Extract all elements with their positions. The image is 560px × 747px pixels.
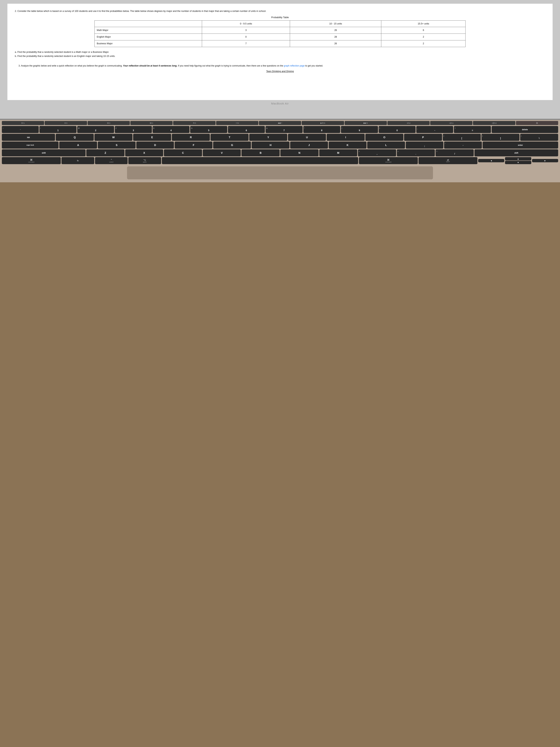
key-f4[interactable]: ⊞F4 bbox=[130, 121, 172, 125]
key-power[interactable]: ⏻ bbox=[516, 121, 558, 125]
row-major-math: Math Major bbox=[95, 27, 202, 34]
cell-math-0-9: 3 bbox=[202, 27, 290, 34]
key-y[interactable]: Y bbox=[249, 134, 287, 141]
graph-reflection-link[interactable]: graph reflection page bbox=[284, 65, 304, 67]
key-4[interactable]: $4 bbox=[153, 126, 189, 133]
trackpad[interactable] bbox=[127, 166, 433, 179]
key-m[interactable]: M bbox=[319, 149, 357, 156]
cell-english-10-15: 28 bbox=[290, 34, 381, 41]
key-i[interactable]: I bbox=[327, 134, 365, 141]
key-u[interactable]: U bbox=[288, 134, 326, 141]
key-f1[interactable]: ☀F1 bbox=[2, 121, 44, 125]
key-f7[interactable]: ◀◀F7 bbox=[259, 121, 301, 125]
key-backtick[interactable]: ~` bbox=[2, 126, 39, 133]
key-tab[interactable]: tab bbox=[2, 134, 55, 141]
key-control[interactable]: ⌃ control bbox=[95, 157, 128, 164]
key-shift-right[interactable]: shift bbox=[475, 149, 558, 156]
fn-row: ☀F1 ⊙F2 ⊟F3 ⊞F4 ✦F5 ✧F6 ◀◀F7 ▶⏸F8 ▶▶F9 ◁… bbox=[2, 121, 558, 125]
number-row: ~` !1 @2 #3 $4 %5 ^6 &7 *8 (9 )0 _- += d… bbox=[2, 126, 558, 133]
cell-english-15plus: 2 bbox=[381, 34, 465, 41]
key-e[interactable]: E bbox=[133, 134, 171, 141]
key-8[interactable]: *8 bbox=[303, 126, 340, 133]
laptop-screen: 2. Consider the table below which is bas… bbox=[0, 0, 560, 120]
key-c[interactable]: C bbox=[164, 149, 202, 156]
key-bracket-close[interactable]: }] bbox=[481, 134, 519, 141]
key-q[interactable]: Q bbox=[56, 134, 94, 141]
key-delete[interactable]: delete bbox=[492, 126, 558, 133]
key-capslock[interactable]: caps lock bbox=[2, 141, 58, 149]
key-1[interactable]: !1 bbox=[39, 126, 76, 133]
key-o[interactable]: O bbox=[365, 134, 403, 141]
key-cmd-left[interactable]: ⌘ command bbox=[2, 157, 61, 164]
key-0[interactable]: )0 bbox=[379, 126, 416, 133]
key-2[interactable]: @2 bbox=[77, 126, 114, 133]
sub-question-a: a. Find the probability that a randomly … bbox=[15, 50, 545, 54]
key-f8[interactable]: ▶⏸F8 bbox=[302, 121, 344, 125]
key-comma[interactable]: <, bbox=[358, 149, 396, 156]
key-bracket-open[interactable]: {[ bbox=[443, 134, 481, 141]
key-l[interactable]: L bbox=[367, 141, 405, 149]
key-5[interactable]: %5 bbox=[190, 126, 227, 133]
bottom-row: ⌘ command fn ⌃ control ⌥ option ⌘ comman… bbox=[2, 157, 558, 164]
key-f2[interactable]: ⊙F2 bbox=[45, 121, 87, 125]
key-h[interactable]: H bbox=[252, 141, 289, 149]
key-period[interactable]: >. bbox=[397, 149, 435, 156]
key-g[interactable]: G bbox=[213, 141, 251, 149]
probability-table: 0 - 9.5 units 10 - 15 units 15.5+ units … bbox=[95, 20, 466, 47]
key-3[interactable]: #3 bbox=[115, 126, 152, 133]
key-arrow-left[interactable]: ◄ bbox=[478, 159, 504, 162]
key-arrow-right[interactable]: ► bbox=[532, 159, 558, 162]
key-7[interactable]: &7 bbox=[266, 126, 302, 133]
key-rows: ~` !1 @2 #3 $4 %5 ^6 &7 *8 (9 )0 _- += d… bbox=[2, 126, 558, 164]
key-w[interactable]: W bbox=[95, 134, 132, 141]
key-k[interactable]: K bbox=[329, 141, 367, 149]
key-a[interactable]: A bbox=[59, 141, 97, 149]
key-6[interactable]: ^6 bbox=[228, 126, 265, 133]
key-s[interactable]: S bbox=[98, 141, 136, 149]
key-p[interactable]: P bbox=[404, 134, 442, 141]
key-d[interactable]: D bbox=[136, 141, 174, 149]
key-b[interactable]: B bbox=[241, 149, 279, 156]
key-9[interactable]: (9 bbox=[341, 126, 378, 133]
key-t[interactable]: T bbox=[211, 134, 248, 141]
key-f11[interactable]: ◁)F11 bbox=[430, 121, 473, 125]
key-enter[interactable]: enter bbox=[483, 141, 558, 149]
key-minus[interactable]: _- bbox=[416, 126, 453, 133]
key-f6[interactable]: ✧F6 bbox=[216, 121, 258, 125]
key-f9[interactable]: ▶▶F9 bbox=[345, 121, 387, 125]
key-x[interactable]: X bbox=[125, 149, 163, 156]
key-equals[interactable]: += bbox=[454, 126, 491, 133]
key-f12[interactable]: ◁))F12 bbox=[473, 121, 515, 125]
key-arrow-down[interactable]: ▼ bbox=[505, 161, 531, 164]
asdf-row: caps lock A S D F G H J K L :; "' enter bbox=[2, 141, 558, 149]
key-option-left[interactable]: ⌥ option bbox=[128, 157, 161, 164]
cell-english-0-9: 0 bbox=[202, 34, 290, 41]
key-n[interactable]: N bbox=[281, 149, 319, 156]
key-f[interactable]: F bbox=[175, 141, 212, 149]
probability-table-container: Probability Table 0 - 9.5 units 10 - 15 … bbox=[95, 16, 466, 47]
question3: 3. Analyze the graphic below and write a… bbox=[15, 64, 545, 68]
key-j[interactable]: J bbox=[290, 141, 328, 149]
key-z[interactable]: Z bbox=[86, 149, 125, 156]
key-r[interactable]: R bbox=[172, 134, 210, 141]
key-cmd-right[interactable]: ⌘ command bbox=[359, 157, 418, 164]
screen-content: 2. Consider the table below which is bas… bbox=[7, 4, 553, 100]
key-slash[interactable]: ?/ bbox=[435, 149, 474, 156]
key-f5[interactable]: ✦F5 bbox=[173, 121, 215, 125]
cell-business-0-9: 7 bbox=[202, 40, 290, 47]
key-v[interactable]: V bbox=[203, 149, 241, 156]
key-semicolon[interactable]: :; bbox=[406, 141, 444, 149]
key-space[interactable] bbox=[162, 157, 358, 164]
key-arrow-up[interactable]: ▲ bbox=[505, 157, 531, 160]
table-row: English Major 0 28 2 bbox=[95, 34, 465, 41]
key-shift-left[interactable]: shift bbox=[2, 149, 85, 156]
key-f3[interactable]: ⊟F3 bbox=[87, 121, 130, 125]
key-backslash[interactable]: |\ bbox=[520, 134, 558, 141]
col-header-10-15: 10 - 15 units bbox=[290, 20, 381, 27]
key-fn[interactable]: fn bbox=[61, 157, 94, 164]
cell-business-15plus: 2 bbox=[381, 40, 465, 47]
key-f10[interactable]: ◁F10 bbox=[388, 121, 430, 125]
zxcv-row: shift Z X C V B N M <, >. ?/ shift bbox=[2, 149, 558, 156]
key-option-right[interactable]: alt option bbox=[419, 157, 477, 164]
key-quote[interactable]: "' bbox=[444, 141, 482, 149]
